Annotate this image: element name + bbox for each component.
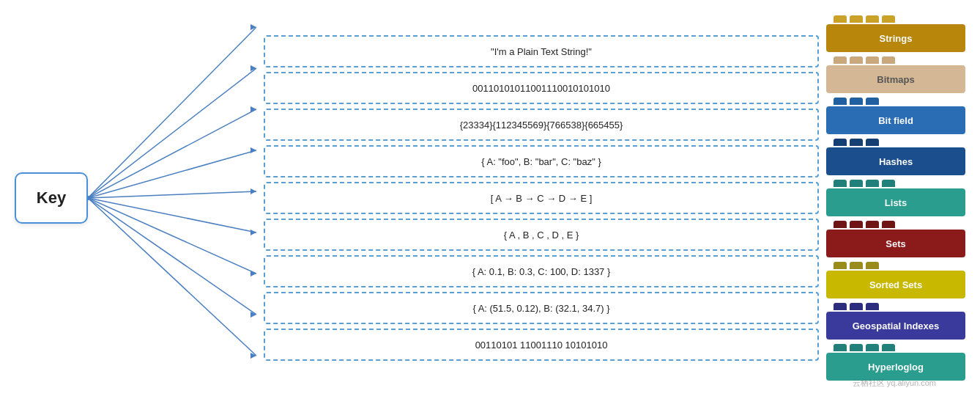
type-label-sets: Sets <box>826 230 965 257</box>
hyperloglog-data: 00110101 11001110 10101010 <box>264 329 819 361</box>
connector-lines <box>88 7 256 389</box>
type-label-strings: Strings <box>826 24 965 52</box>
svg-line-2 <box>88 109 256 198</box>
svg-marker-10 <box>250 24 256 30</box>
lists-data: [ A → B → C → D → E ] <box>264 182 819 214</box>
type-geospatial: Geospatial Indexes <box>826 303 965 340</box>
type-label-sortedsets: Sorted Sets <box>826 271 965 298</box>
type-bitmaps: Bitmaps <box>826 56 965 93</box>
svg-marker-13 <box>250 147 256 153</box>
sets-data: { A , B , C , D , E } <box>264 219 819 251</box>
key-box: Key <box>15 172 88 224</box>
type-lists: Lists <box>826 180 965 216</box>
type-label-bitfield: Bit field <box>826 106 965 134</box>
hashes-data: { A: "foo", B: "bar", C: "baz" } <box>264 145 819 177</box>
lines-area <box>88 7 256 389</box>
type-sets: Sets <box>826 221 965 257</box>
svg-line-3 <box>88 150 256 198</box>
svg-line-0 <box>88 27 256 198</box>
bitfield-data: {23334}{112345569}{766538}{665455} <box>264 109 819 141</box>
svg-line-8 <box>88 198 256 356</box>
key-label: Key <box>37 188 66 208</box>
type-label-lists: Lists <box>826 188 965 216</box>
diagram-container: Key <box>0 0 980 396</box>
type-strings: Strings <box>826 15 965 52</box>
type-label-geospatial: Geospatial Indexes <box>826 312 965 340</box>
geospatial-data: { A: (51.5, 0.12), B: (32.1, 34.7) } <box>264 292 819 324</box>
type-label-hyperloglog: Hyperloglog <box>826 353 965 381</box>
bitmaps-data: 00110101011001110010101010 <box>264 72 819 104</box>
watermark: 云栖社区 yq.aliyun.com <box>853 378 936 389</box>
type-label-bitmaps: Bitmaps <box>826 65 965 93</box>
data-column: "I'm a Plain Text String!"00110101011001… <box>256 35 826 361</box>
type-label-hashes: Hashes <box>826 147 965 175</box>
type-hyperloglog: Hyperloglog <box>826 344 965 381</box>
svg-line-1 <box>88 68 256 198</box>
type-sortedsets: Sorted Sets <box>826 262 965 298</box>
svg-line-6 <box>88 198 256 274</box>
sortedsets-data: { A: 0.1, B: 0.3, C: 100, D: 1337 } <box>264 255 819 287</box>
svg-marker-15 <box>250 230 256 235</box>
svg-marker-14 <box>250 188 256 194</box>
type-hashes: Hashes <box>826 139 965 175</box>
type-bitfield: Bit field <box>826 98 965 134</box>
type-column: StringsBitmapsBit fieldHashesListsSetsSo… <box>826 15 965 381</box>
svg-line-4 <box>88 191 256 198</box>
strings-data: "I'm a Plain Text String!" <box>264 35 819 67</box>
svg-marker-16 <box>250 271 256 276</box>
